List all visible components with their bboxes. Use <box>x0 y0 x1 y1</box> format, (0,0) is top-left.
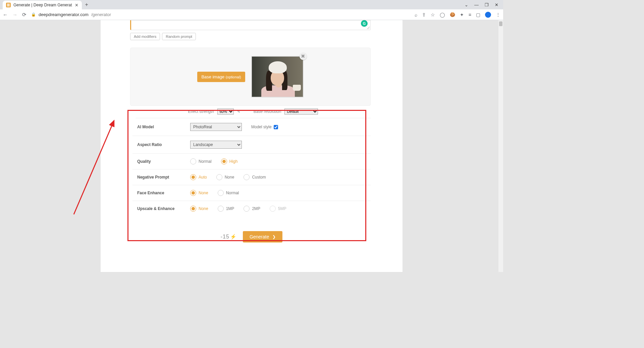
scrollbar-thumb[interactable] <box>499 21 502 26</box>
reading-list-icon[interactable]: ≡ <box>469 12 471 17</box>
base-image-button[interactable]: Base image (optional) <box>197 72 245 82</box>
quality-radio-normal[interactable]: Normal <box>190 158 212 164</box>
face-enhance-row: Face Enhance None Normal <box>132 185 371 201</box>
model-style-checkbox[interactable] <box>274 125 278 129</box>
effect-strength-select[interactable]: 60% <box>217 109 234 115</box>
settings-block: AI Model PhotoReal Model style Aspect Ra… <box>132 118 371 216</box>
base-image-thumbnail[interactable] <box>251 56 304 97</box>
extension-cookie-icon[interactable]: 🍪 <box>450 12 455 17</box>
tab-close-icon[interactable]: ✕ <box>75 3 78 8</box>
browser-menu-icon[interactable]: ⋮ <box>496 12 500 17</box>
base-image-panel: Base image (optional) ✖ <box>130 48 371 106</box>
browser-tab[interactable]: Generate | Deep Dream Generat ✕ <box>3 1 82 9</box>
model-style-label: Model style <box>251 125 272 129</box>
negative-prompt-radio-custom[interactable]: Custom <box>244 174 266 180</box>
base-image-thumbnail-wrap: ✖ <box>251 56 304 97</box>
window-maximize-icon[interactable]: ❐ <box>485 2 489 7</box>
window-close-icon[interactable]: ✕ <box>495 2 498 7</box>
window-minimize-icon[interactable]: — <box>474 2 479 7</box>
tab-favicon-icon <box>6 3 11 7</box>
search-icon[interactable]: ⌕ <box>415 12 417 17</box>
ai-model-select[interactable]: PhotoReal <box>190 123 242 131</box>
prompt-textarea[interactable]: G <box>130 20 371 30</box>
page-scrollbar[interactable]: ▴ <box>498 20 503 272</box>
add-modifiers-button[interactable]: Add modifiers <box>130 33 160 40</box>
page-viewport: G Add modifiers Random prompt Base image… <box>0 20 503 272</box>
face-enhance-radio-normal[interactable]: Normal <box>218 190 239 196</box>
tab-title: Generate | Deep Dream Generat <box>13 3 72 7</box>
aspect-ratio-label: Aspect Ratio <box>132 142 190 147</box>
negative-prompt-radio-auto[interactable]: Auto <box>190 174 207 180</box>
upscale-label: Upscale & Enhance <box>132 206 190 211</box>
window-controls: ⌄ — ❐ ✕ <box>465 2 503 7</box>
quality-label: Quality <box>132 159 190 164</box>
upscale-radio-5mp: 5MP <box>270 206 286 212</box>
quality-row: Quality Normal High <box>132 154 371 169</box>
ai-model-label: AI Model <box>132 125 190 129</box>
url-path: /generator <box>91 12 111 17</box>
address-bar-row: ← → ⟳ 🔒 deepdreamgenerator.com/generator… <box>0 9 503 20</box>
generate-cost: -15 ⚡ <box>221 234 237 240</box>
effect-strength-label: Effect strength <box>188 109 214 114</box>
upscale-row: Upscale & Enhance None 1MP 2MP 5MP <box>132 201 371 216</box>
nav-reload-icon[interactable]: ⟳ <box>22 12 26 18</box>
share-icon[interactable]: ⇪ <box>422 12 426 17</box>
upscale-radio-2mp[interactable]: 2MP <box>244 206 260 212</box>
browser-tab-strip: Generate | Deep Dream Generat ✕ + ⌄ — ❐ … <box>0 0 503 9</box>
bookmark-star-icon[interactable]: ☆ <box>431 12 435 17</box>
chevron-right-icon: ❯ <box>272 234 276 239</box>
profile-avatar-icon[interactable] <box>485 12 491 18</box>
face-enhance-radio-none[interactable]: None <box>190 190 208 196</box>
effect-strength-row: Effect strength 60% ✎ Base resolution De… <box>136 106 371 118</box>
base-resolution-label: Base resolution <box>254 109 281 114</box>
grammarly-badge-icon[interactable]: G <box>361 20 368 27</box>
upscale-radio-none[interactable]: None <box>190 206 208 212</box>
quality-radio-high[interactable]: High <box>221 158 238 164</box>
negative-prompt-label: Negative Prompt <box>132 175 190 180</box>
upscale-radio-1mp[interactable]: 1MP <box>218 206 234 212</box>
ai-model-row: AI Model PhotoReal Model style <box>132 118 371 136</box>
base-image-button-optional: (optional) <box>226 75 241 79</box>
base-image-remove-icon[interactable]: ✖ <box>300 53 307 60</box>
new-tab-button[interactable]: + <box>85 2 88 8</box>
generate-button[interactable]: Generate ❯ <box>243 231 282 242</box>
nav-forward-icon: → <box>12 12 17 17</box>
panel-icon[interactable]: ▢ <box>476 12 480 17</box>
aspect-ratio-select[interactable]: Landscape <box>190 141 242 149</box>
negative-prompt-radio-none[interactable]: None <box>216 174 234 180</box>
nav-back-icon[interactable]: ← <box>3 12 8 17</box>
sync-icon[interactable]: ◯ <box>440 12 445 17</box>
extensions-puzzle-icon[interactable]: ✦ <box>460 12 464 17</box>
textarea-resize-handle[interactable] <box>367 26 370 29</box>
negative-prompt-row: Negative Prompt Auto None Custom <box>132 169 371 185</box>
content-column: G Add modifiers Random prompt Base image… <box>101 20 402 272</box>
face-enhance-label: Face Enhance <box>132 191 190 195</box>
base-resolution-select[interactable]: Default <box>284 109 318 115</box>
generate-row: -15 ⚡ Generate ❯ <box>101 231 402 242</box>
lock-icon: 🔒 <box>31 12 36 17</box>
aspect-ratio-row: Aspect Ratio Landscape <box>132 136 371 154</box>
address-bar[interactable]: 🔒 deepdreamgenerator.com/generator <box>31 11 410 18</box>
base-image-button-label: Base image <box>201 74 225 79</box>
random-prompt-button[interactable]: Random prompt <box>162 33 196 40</box>
chevron-down-icon[interactable]: ⌄ <box>465 2 468 7</box>
generate-button-label: Generate <box>250 234 269 239</box>
bolt-icon: ⚡ <box>230 234 237 240</box>
url-host: deepdreamgenerator.com <box>39 12 89 17</box>
effect-strength-edit-icon[interactable]: ✎ <box>237 110 240 114</box>
